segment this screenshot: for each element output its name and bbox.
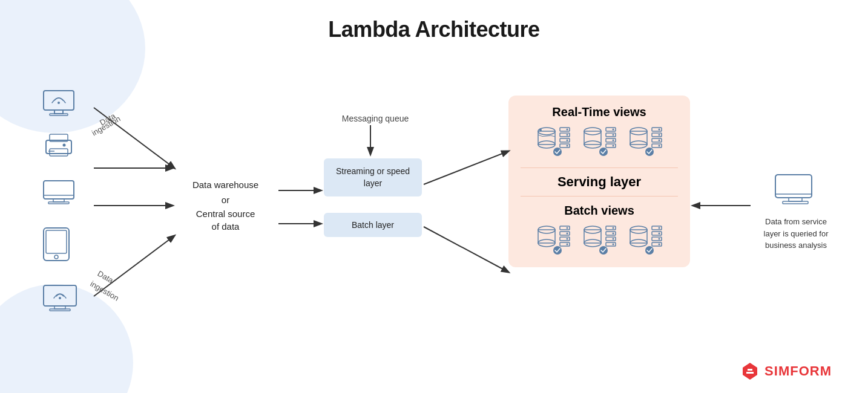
svg-rect-77 [560, 242, 570, 246]
svg-point-103 [659, 233, 660, 235]
svg-point-90 [613, 227, 614, 229]
svg-point-37 [539, 129, 542, 131]
svg-point-43 [567, 134, 568, 136]
svg-rect-27 [44, 228, 69, 261]
svg-rect-16 [50, 114, 68, 115]
simform-icon [739, 360, 761, 382]
svg-point-58 [599, 148, 608, 156]
svg-point-80 [567, 238, 568, 240]
page-container: Lambda Architecture Data ingestion Data … [0, 0, 868, 393]
svg-point-66 [659, 129, 660, 131]
realtime-db-icons [521, 125, 678, 157]
svg-point-102 [659, 227, 660, 229]
svg-rect-99 [652, 232, 662, 235]
svg-point-68 [659, 140, 660, 141]
svg-rect-98 [652, 226, 662, 230]
svg-point-57 [613, 145, 614, 147]
serving-area: Real-Time views [508, 96, 690, 267]
batch-db-icons [521, 224, 678, 255]
svg-rect-39 [560, 133, 570, 137]
svg-rect-53 [606, 144, 616, 148]
warehouse-label: Data warehouse or Central sourceof data [176, 178, 275, 233]
svg-point-70 [645, 148, 654, 156]
svg-rect-64 [652, 138, 662, 142]
svg-point-56 [613, 140, 614, 141]
svg-point-93 [613, 244, 614, 245]
svg-rect-15 [54, 110, 63, 114]
svg-rect-14 [44, 91, 74, 110]
svg-rect-60 [630, 131, 647, 145]
svg-rect-32 [50, 309, 70, 311]
svg-rect-40 [560, 138, 570, 142]
svg-point-78 [567, 227, 568, 229]
svg-point-94 [599, 246, 608, 255]
svg-rect-87 [606, 232, 616, 235]
right-section: Data from service layer is queried for b… [757, 172, 835, 252]
svg-rect-96 [630, 230, 647, 243]
svg-point-79 [567, 233, 568, 235]
svg-point-17 [58, 102, 60, 104]
svg-rect-50 [606, 128, 616, 131]
batch-layer-box: Batch layer [324, 213, 422, 237]
svg-rect-88 [606, 237, 616, 241]
simform-logo: SIMFORM [739, 360, 832, 382]
svg-point-105 [659, 244, 660, 245]
svg-point-81 [567, 244, 568, 245]
batch-views-title: Batch views [521, 204, 678, 218]
simform-text: SIMFORM [764, 363, 832, 379]
messaging-label: Messaging queue [327, 114, 424, 123]
svg-rect-75 [560, 232, 570, 235]
svg-rect-101 [652, 242, 662, 246]
svg-point-92 [613, 238, 614, 240]
svg-rect-72 [538, 230, 555, 243]
device-smarttv [41, 283, 79, 317]
svg-point-104 [659, 238, 660, 240]
svg-point-21 [63, 144, 66, 147]
svg-rect-100 [652, 237, 662, 241]
svg-rect-51 [606, 133, 616, 137]
streaming-layer-box: Streaming or speedlayer [324, 158, 422, 197]
device-tablet [41, 227, 71, 264]
svg-rect-35 [538, 131, 555, 145]
svg-rect-52 [606, 138, 616, 142]
serving-layer-label: Serving layer [521, 167, 678, 197]
svg-rect-63 [652, 133, 662, 137]
right-description: Data from service layer is queried for b… [757, 216, 835, 252]
right-monitor-icon [773, 172, 819, 211]
svg-rect-30 [44, 285, 76, 306]
svg-point-42 [567, 129, 568, 131]
svg-rect-84 [584, 230, 601, 243]
svg-rect-23 [44, 181, 74, 199]
svg-line-1 [94, 236, 174, 296]
svg-rect-25 [48, 202, 69, 204]
device-desktop [41, 178, 76, 211]
svg-point-67 [659, 134, 660, 136]
svg-rect-86 [606, 226, 616, 230]
svg-point-82 [553, 246, 562, 255]
svg-point-44 [567, 140, 568, 141]
svg-line-6 [424, 151, 508, 184]
svg-rect-48 [584, 131, 601, 145]
svg-point-55 [613, 134, 614, 136]
device-printer [41, 132, 76, 164]
svg-point-33 [59, 297, 61, 299]
svg-text:Data: Data [96, 269, 116, 285]
svg-line-7 [424, 227, 508, 272]
svg-rect-38 [560, 128, 570, 131]
svg-rect-41 [560, 144, 570, 148]
svg-rect-109 [783, 201, 808, 204]
svg-point-69 [659, 145, 660, 147]
svg-point-106 [645, 246, 654, 255]
svg-rect-29 [46, 230, 67, 253]
svg-point-54 [613, 129, 614, 131]
svg-rect-62 [652, 128, 662, 131]
svg-point-28 [54, 255, 58, 259]
device-monitor-1 [41, 89, 76, 122]
realtime-title: Real-Time views [521, 105, 678, 119]
svg-rect-65 [652, 144, 662, 148]
svg-point-45 [567, 145, 568, 147]
svg-rect-74 [560, 226, 570, 230]
svg-rect-89 [606, 242, 616, 246]
svg-point-91 [613, 233, 614, 235]
svg-point-46 [553, 148, 562, 156]
